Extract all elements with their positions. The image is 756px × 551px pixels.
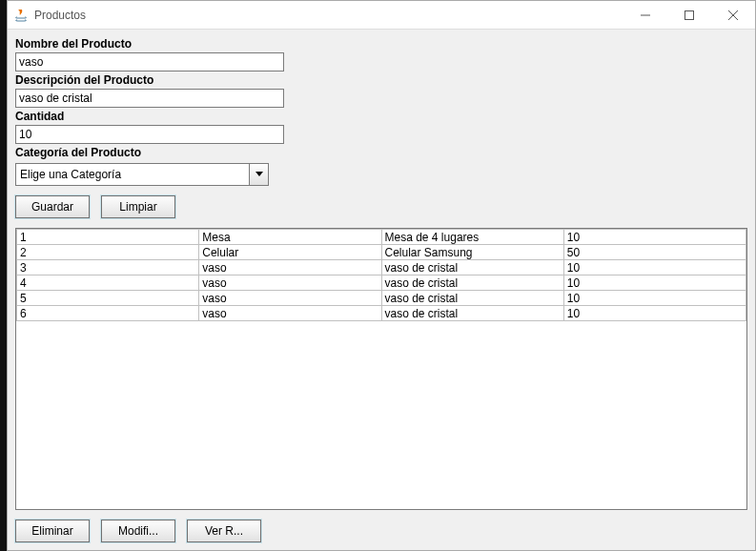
table-cell[interactable]: 50 <box>563 245 746 260</box>
table-cell[interactable]: 10 <box>563 291 746 306</box>
table-cell[interactable]: vaso <box>199 276 381 291</box>
table-cell[interactable]: vaso de cristal <box>381 306 563 321</box>
table-cell[interactable]: Celular <box>199 245 381 260</box>
table-row[interactable]: 3vasovaso de cristal10 <box>17 260 746 276</box>
table-row[interactable]: 5vasovaso de cristal10 <box>17 291 746 306</box>
java-icon <box>13 8 29 23</box>
table-cell[interactable]: Celular Samsung <box>381 245 563 260</box>
cat-label: Categoría del Producto <box>15 146 747 159</box>
category-combobox-value: Elige una Categoría <box>16 168 249 181</box>
window-controls <box>623 1 755 30</box>
category-combobox[interactable]: Elige una Categoría <box>15 163 269 186</box>
table-cell[interactable]: vaso de cristal <box>381 260 563 276</box>
desktop-edge <box>0 0 7 551</box>
modify-button[interactable]: Modifi... <box>101 520 175 542</box>
products-table-scrollpane[interactable]: 1MesaMesa de 4 lugares102CelularCelular … <box>15 228 747 510</box>
bottom-button-row: Eliminar Modifi... Ver R... <box>15 520 747 542</box>
window-frame: Productos Nombre del Producto Descripció… <box>7 0 756 551</box>
table-row[interactable]: 1MesaMesa de 4 lugares10 <box>17 230 746 245</box>
table-row[interactable]: 4vasovaso de cristal10 <box>17 276 746 291</box>
chevron-down-icon[interactable] <box>249 164 268 185</box>
desc-input[interactable] <box>15 89 284 108</box>
view-button[interactable]: Ver R... <box>187 520 261 542</box>
table-cell[interactable]: 10 <box>563 260 746 276</box>
qty-label: Cantidad <box>15 110 747 123</box>
qty-input[interactable] <box>15 125 284 144</box>
table-cell[interactable]: 1 <box>17 230 199 245</box>
maximize-button[interactable] <box>667 1 711 30</box>
products-table[interactable]: 1MesaMesa de 4 lugares102CelularCelular … <box>16 229 746 321</box>
close-button[interactable] <box>711 1 755 30</box>
table-cell[interactable]: Mesa de 4 lugares <box>381 230 563 245</box>
table-cell[interactable]: 10 <box>563 276 746 291</box>
table-cell[interactable]: vaso de cristal <box>381 276 563 291</box>
table-cell[interactable]: 3 <box>17 260 199 276</box>
save-button[interactable]: Guardar <box>15 195 90 218</box>
table-cell[interactable]: 10 <box>563 230 746 245</box>
titlebar[interactable]: Productos <box>8 1 755 30</box>
svg-rect-1 <box>685 10 694 19</box>
minimize-button[interactable] <box>623 1 667 30</box>
top-button-row: Guardar Limpiar <box>15 195 747 218</box>
table-cell[interactable]: Mesa <box>199 230 381 245</box>
table-row[interactable]: 6vasovaso de cristal10 <box>17 306 746 321</box>
table-cell[interactable]: vaso de cristal <box>381 291 563 306</box>
table-row[interactable]: 2CelularCelular Samsung50 <box>17 245 746 260</box>
table-cell[interactable]: 4 <box>17 276 199 291</box>
name-input[interactable] <box>15 52 284 71</box>
table-cell[interactable]: 2 <box>17 245 199 260</box>
name-label: Nombre del Producto <box>15 37 747 51</box>
delete-button[interactable]: Eliminar <box>15 520 90 542</box>
table-cell[interactable]: 5 <box>17 291 199 306</box>
window-title: Productos <box>34 9 86 22</box>
table-cell[interactable]: vaso <box>199 306 381 321</box>
desc-label: Descripción del Producto <box>15 73 747 87</box>
clear-button[interactable]: Limpiar <box>101 195 175 218</box>
table-cell[interactable]: 10 <box>563 306 746 321</box>
content-area: Nombre del Producto Descripción del Prod… <box>8 30 755 550</box>
table-cell[interactable]: 6 <box>17 306 199 321</box>
table-cell[interactable]: vaso <box>199 260 381 276</box>
svg-marker-4 <box>255 172 263 176</box>
table-cell[interactable]: vaso <box>199 291 381 306</box>
